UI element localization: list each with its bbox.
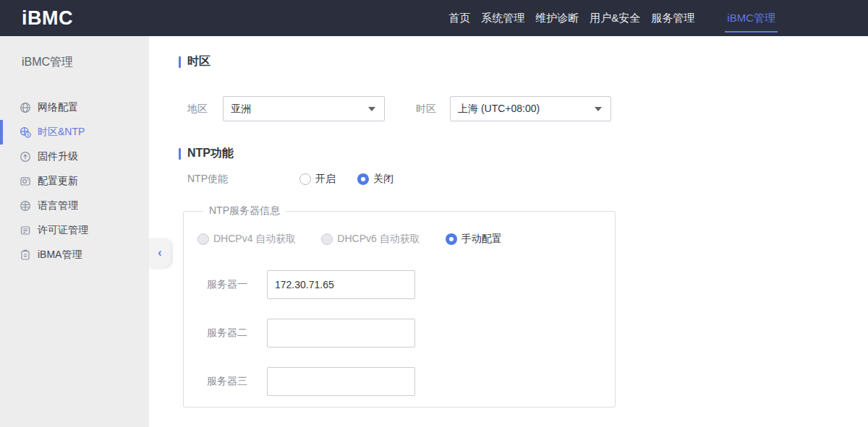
timezone-section-header: 时区 xyxy=(179,56,868,68)
nav-item-home[interactable]: 首页 xyxy=(448,0,470,36)
sidebar-item-ibma-management[interactable]: iBMA管理 xyxy=(0,243,149,267)
ntp-server-group: NTP服务器信息 DHCPv4 自动获取 DHCPv6 自动获取 手动配置 服务… xyxy=(183,204,616,407)
radio-label: 关闭 xyxy=(373,173,393,186)
sidebar-item-label: 许可证管理 xyxy=(38,224,88,237)
sidebar-item-timezone-ntp[interactable]: 时区&NTP xyxy=(0,120,149,145)
language-icon xyxy=(20,200,31,212)
radio-label: DHCPv4 自动获取 xyxy=(213,233,296,246)
dhcpv6-auto-radio[interactable]: DHCPv6 自动获取 xyxy=(321,233,420,246)
top-nav: 首页 系统管理 维护诊断 用户&安全 服务管理 iBMC管理 xyxy=(438,0,775,36)
nav-item-maintenance[interactable]: 维护诊断 xyxy=(535,0,579,36)
nav-item-services[interactable]: 服务管理 xyxy=(651,0,694,36)
server-two-row: 服务器二 xyxy=(207,319,615,348)
timezone-section-title: 时区 xyxy=(187,54,210,69)
sidebar-item-language-management[interactable]: 语言管理 xyxy=(0,194,149,218)
ntp-section-header: NTP功能 xyxy=(179,147,868,160)
server-two-input[interactable] xyxy=(267,319,415,348)
radio-circle xyxy=(321,233,333,245)
ntp-server-group-legend: NTP服务器信息 xyxy=(203,204,286,217)
timezone-select[interactable]: 上海 (UTC+08:00) xyxy=(450,96,611,121)
app-logo: iBMC xyxy=(22,7,73,30)
server-one-row: 服务器一 xyxy=(207,270,615,299)
timezone-form-row: 地区 亚洲 时区 上海 (UTC+08:00) xyxy=(179,96,868,121)
top-header: iBMC 首页 系统管理 维护诊断 用户&安全 服务管理 iBMC管理 xyxy=(0,0,868,36)
ntp-section-title: NTP功能 xyxy=(187,146,234,161)
radio-circle xyxy=(446,233,457,245)
sidebar-item-label: iBMA管理 xyxy=(38,249,82,262)
ntp-mode-row: DHCPv4 自动获取 DHCPv6 自动获取 手动配置 xyxy=(197,233,615,246)
server-two-label: 服务器二 xyxy=(207,327,267,340)
timezone-clock-icon xyxy=(20,126,31,138)
sidebar-item-license-management[interactable]: 许可证管理 xyxy=(0,218,149,243)
firmware-upgrade-icon xyxy=(20,151,31,163)
server-three-label: 服务器三 xyxy=(207,375,267,388)
server-one-label: 服务器一 xyxy=(207,278,267,291)
ibma-clipboard-icon xyxy=(20,249,31,261)
radio-label: DHCPv6 自动获取 xyxy=(337,233,420,246)
radio-circle xyxy=(197,233,209,245)
radio-circle xyxy=(357,173,369,185)
timezone-label: 时区 xyxy=(416,103,450,116)
region-label: 地区 xyxy=(187,103,223,116)
sidebar-menu: 网络配置 时区&NTP 固件升级 xyxy=(0,95,149,267)
sidebar-item-label: 网络配置 xyxy=(38,101,78,114)
main-content: 时区 地区 亚洲 时区 上海 (UTC+08:00) NTP功能 NTP使能 开… xyxy=(149,36,868,427)
server-three-row: 服务器三 xyxy=(207,367,615,396)
manual-config-radio[interactable]: 手动配置 xyxy=(446,233,502,246)
sidebar-item-label: 时区&NTP xyxy=(38,126,85,139)
network-globe-icon xyxy=(20,102,31,113)
radio-label: 开启 xyxy=(315,173,336,186)
nav-item-system[interactable]: 系统管理 xyxy=(481,0,524,36)
sidebar-collapse-button[interactable]: ‹ xyxy=(149,238,171,267)
dhcpv4-auto-radio[interactable]: DHCPv4 自动获取 xyxy=(197,233,296,246)
nav-item-ibmc-management[interactable]: iBMC管理 xyxy=(727,0,775,36)
section-accent-bar xyxy=(179,56,181,68)
server-three-input[interactable] xyxy=(267,367,415,396)
server-one-input[interactable] xyxy=(267,270,415,299)
region-select[interactable]: 亚洲 xyxy=(223,96,385,121)
region-select-value: 亚洲 xyxy=(231,103,251,116)
sidebar-item-network-config[interactable]: 网络配置 xyxy=(0,95,149,120)
radio-label: 手动配置 xyxy=(461,233,502,246)
timezone-select-value: 上海 (UTC+08:00) xyxy=(458,103,540,116)
sidebar-item-config-update[interactable]: 配置更新 xyxy=(0,169,149,194)
sidebar-item-label: 固件升级 xyxy=(38,150,78,163)
ntp-enable-label: NTP使能 xyxy=(187,173,299,186)
chevron-down-icon xyxy=(595,107,602,111)
ntp-enable-on-radio[interactable]: 开启 xyxy=(299,173,336,186)
chevron-left-icon: ‹ xyxy=(158,246,161,259)
sidebar-item-label: 语言管理 xyxy=(38,199,78,212)
section-accent-bar xyxy=(179,148,181,160)
sidebar-item-firmware-upgrade[interactable]: 固件升级 xyxy=(0,145,149,169)
config-update-icon xyxy=(20,176,31,187)
nav-item-user-security[interactable]: 用户&安全 xyxy=(590,0,640,36)
chevron-down-icon xyxy=(368,107,375,111)
radio-circle xyxy=(299,173,311,185)
sidebar: iBMC管理 网络配置 时区&NTP xyxy=(0,36,149,427)
sidebar-title: iBMC管理 xyxy=(0,36,149,67)
sidebar-item-label: 配置更新 xyxy=(38,175,78,188)
ntp-enable-off-radio[interactable]: 关闭 xyxy=(357,173,393,186)
license-icon xyxy=(20,225,31,236)
ntp-enable-row: NTP使能 开启 关闭 xyxy=(179,173,868,185)
